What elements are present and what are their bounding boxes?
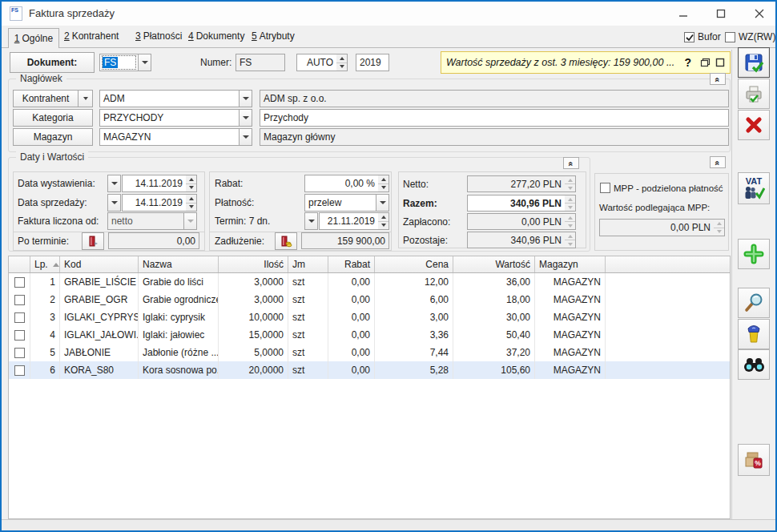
bufor-checkbox[interactable]: Bufor: [684, 31, 721, 42]
kontrahent-button-arrow[interactable]: [78, 90, 93, 107]
header-rabat[interactable]: Rabat: [328, 256, 375, 272]
notice-maximize-button[interactable]: [715, 58, 725, 67]
header-nazwa[interactable]: Nazwa: [139, 256, 219, 272]
kontrahent-button[interactable]: Kontrahent: [13, 90, 79, 107]
checkbox-box[interactable]: [684, 32, 694, 42]
vat-button[interactable]: VAT: [738, 172, 770, 204]
auto-number-spinner[interactable]: [336, 54, 348, 71]
collapse-naglowek-button[interactable]: [710, 73, 726, 85]
header-wartosc[interactable]: Wartość: [453, 256, 535, 272]
magazyn-button[interactable]: Magazyn: [13, 128, 93, 146]
header-magazyn[interactable]: Magazyn: [535, 256, 606, 272]
close-button[interactable]: [744, 2, 775, 26]
add-item-button[interactable]: [738, 239, 770, 269]
minimize-button[interactable]: [668, 2, 698, 26]
chevron-down-icon: [111, 182, 118, 185]
table-row[interactable]: 4 IGLAKI_JAŁOWI... Iglaki: jałowiec 15,0…: [9, 326, 730, 344]
magazyn-code-combo[interactable]: MAGAZYN: [99, 128, 240, 146]
table-row[interactable]: 1 GRABIE_LIŚCIE Grabie do liści 3,0000 s…: [9, 273, 730, 291]
print-button[interactable]: [738, 79, 770, 109]
kategoria-button[interactable]: Kategoria: [13, 109, 93, 127]
tab-atrybuty[interactable]: 5Atrybuty: [252, 30, 295, 42]
header-lp[interactable]: Lp.: [30, 256, 60, 272]
doc-type-combo-arrow[interactable]: [138, 54, 151, 71]
maximize-button[interactable]: [706, 2, 736, 26]
data-wystawienia-field[interactable]: 14.11.2019: [122, 175, 187, 192]
collapse-mpp-button[interactable]: [710, 156, 726, 168]
kategoria-combo-arrow[interactable]: [239, 109, 252, 127]
row-select-cell[interactable]: [9, 326, 30, 344]
edit-item-button[interactable]: [738, 288, 770, 318]
row-select-cell[interactable]: [9, 273, 30, 291]
platnosc-combo[interactable]: przelew: [304, 194, 376, 212]
year-field[interactable]: 2019: [356, 54, 389, 71]
collapse-daty-button[interactable]: [563, 157, 579, 169]
cancel-button[interactable]: [738, 110, 770, 140]
save-button[interactable]: [738, 47, 770, 78]
people-check-icon: [743, 186, 765, 200]
row-checkbox[interactable]: [14, 277, 25, 288]
row-checkbox[interactable]: [14, 365, 25, 376]
zadluzenie-button[interactable]: [275, 232, 297, 250]
table-row[interactable]: 5 JABŁONIE Jabłonie (różne ... 5,0000 sz…: [9, 344, 730, 361]
magazyn-combo-arrow[interactable]: [239, 128, 252, 146]
header-select-column[interactable]: [9, 256, 30, 272]
dokument-button[interactable]: Dokument:: [10, 52, 95, 73]
row-checkbox[interactable]: [14, 348, 25, 358]
termin-dropdown[interactable]: [304, 212, 318, 230]
row-checkbox[interactable]: [14, 330, 25, 341]
mpp-value-spinner: [714, 219, 725, 236]
help-button[interactable]: ?: [684, 56, 691, 69]
data-wystawienia-dropdown[interactable]: [107, 175, 121, 192]
table-row[interactable]: 6 KORA_S80 Kora sosnowa po... 20,0000 sz…: [9, 361, 730, 379]
data-sprzedazy-dropdown[interactable]: [107, 194, 121, 212]
mpp-checkbox[interactable]: MPP - podzielona płatność: [600, 183, 723, 193]
wz-checkbox[interactable]: WZ(RW): [725, 31, 775, 42]
checkbox-box[interactable]: [725, 32, 735, 42]
tab-ogolne[interactable]: 1Ogólne: [8, 28, 59, 48]
header-ilosc[interactable]: Ilość: [219, 256, 288, 272]
status-strip: [2, 519, 775, 530]
pozostaje-spinner: [565, 232, 576, 248]
find-button[interactable]: [738, 349, 770, 380]
tab-kontrahent[interactable]: 2Kontrahent: [64, 30, 119, 42]
kategoria-code-combo[interactable]: PRZYCHODY: [99, 109, 240, 127]
cell-lp: 4: [30, 326, 60, 344]
notice-restore-button[interactable]: [700, 58, 711, 67]
delete-item-button[interactable]: [738, 319, 770, 349]
auto-number-field[interactable]: AUTO: [296, 54, 337, 71]
netto-field: 277,20 PLN: [467, 175, 566, 192]
header-jm[interactable]: Jm: [288, 256, 328, 272]
data-wystawienia-spinner[interactable]: [186, 175, 197, 192]
rabat-field[interactable]: 0,00 %: [304, 175, 379, 192]
row-select-cell[interactable]: [9, 291, 30, 308]
header-cena[interactable]: Cena: [375, 256, 453, 272]
discount-button[interactable]: %: [738, 444, 770, 476]
tab-strip-divider: [2, 47, 775, 48]
row-select-cell[interactable]: [9, 344, 30, 361]
table-row[interactable]: 2 GRABIE_OGR Grabie ogrodnicze 3,0000 sz…: [9, 291, 730, 308]
po-terminie-button[interactable]: [82, 232, 104, 250]
termin-spinner[interactable]: [378, 212, 389, 230]
rabat-spinner[interactable]: [378, 175, 389, 192]
header-kod[interactable]: Kod: [60, 256, 139, 272]
kontrahent-combo-arrow[interactable]: [239, 90, 252, 107]
termin-date-field[interactable]: 21.11.2019: [319, 212, 379, 230]
data-sprzedazy-field[interactable]: 14.11.2019: [122, 194, 187, 212]
table-row[interactable]: 3 IGLAKI_CYPRYS Iglaki: cyprysik 10,0000…: [9, 308, 730, 326]
tab-dokumenty[interactable]: 4Dokumenty: [188, 30, 244, 42]
cell-lp: 6: [30, 361, 60, 379]
row-checkbox[interactable]: [14, 312, 25, 323]
cell-kod: IGLAKI_CYPRYS: [60, 308, 139, 326]
row-select-cell[interactable]: [9, 308, 30, 326]
razem-spinner: [565, 195, 576, 212]
checkbox-box[interactable]: [600, 183, 610, 193]
row-checkbox[interactable]: [14, 295, 25, 305]
kontrahent-code-combo[interactable]: ADM: [99, 90, 240, 107]
kategoria-name-field[interactable]: Przychody: [260, 109, 729, 127]
doc-type-combo[interactable]: FS: [99, 54, 139, 71]
tab-platnosci[interactable]: 3Płatności: [135, 30, 182, 42]
platnosc-combo-arrow[interactable]: [376, 194, 389, 212]
data-sprzedazy-spinner[interactable]: [186, 194, 197, 212]
row-select-cell[interactable]: [9, 361, 30, 379]
